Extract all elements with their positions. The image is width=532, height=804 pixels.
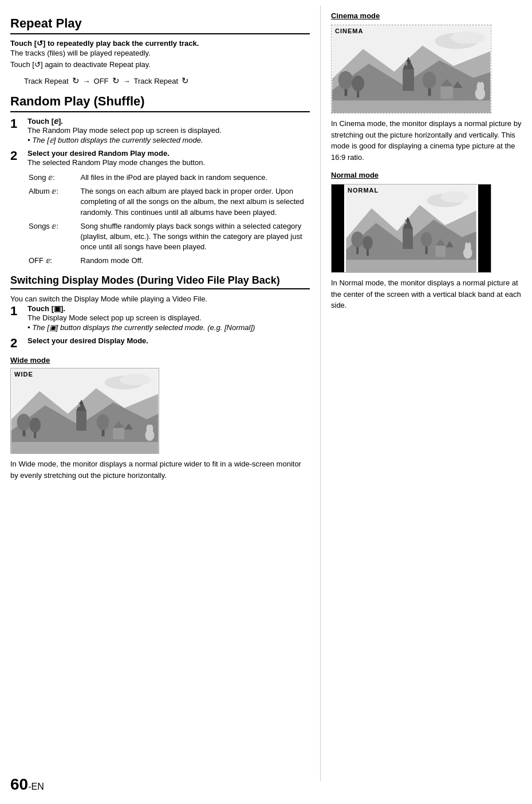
sw-step1-body: The Display Mode select pop up screen is… — [27, 313, 310, 322]
svg-rect-29 — [403, 69, 414, 91]
random-mode-row: OFF ⅇ:Random mode Off. — [29, 254, 309, 267]
repeat-play-title: Repeat Play — [10, 16, 310, 34]
switching-step-1: 1 Touch [▣]. The Display Mode select pop… — [10, 304, 310, 332]
page: Repeat Play Touch [↺] to repeatedly play… — [0, 0, 532, 804]
wide-scene-svg — [11, 368, 159, 453]
cinema-mode-desc: In Cinema mode, the monitor displays a n… — [331, 118, 524, 163]
chain-item1: Track Repeat — [24, 77, 69, 85]
svg-point-37 — [352, 76, 364, 92]
page-number: 60-EN — [10, 775, 44, 794]
wide-mode-image: WIDE — [10, 368, 159, 454]
random-mode-label: Album ⅇ: — [29, 185, 80, 219]
svg-rect-64 — [346, 260, 476, 272]
wide-mode-label: WIDE — [14, 371, 33, 378]
repeat-chain: Track Repeat ↻ → OFF ↻ → Track Repeat ↻ — [24, 76, 310, 86]
switching-intro: You can switch the Display Mode while pl… — [10, 293, 310, 305]
step2-num: 2 — [10, 149, 22, 269]
left-column: Repeat Play Touch [↺] to repeatedly play… — [0, 6, 321, 781]
repeat-icon-off: ↻ — [112, 76, 120, 86]
random-mode-row: Album ⅇ:The songs on each album are play… — [29, 185, 309, 219]
normal-mode-image: NORMAL — [331, 184, 491, 273]
svg-rect-33 — [407, 60, 411, 61]
random-mode-desc: Random mode Off. — [81, 254, 309, 267]
svg-rect-19 — [124, 430, 133, 440]
step2-content: Select your desired Random Play mode. Th… — [27, 149, 310, 269]
normal-scene-svg — [344, 185, 478, 272]
black-bar-right — [478, 185, 491, 272]
random-mode-row: Songs ⅇ:Song shuffle randomly plays back… — [29, 220, 309, 254]
svg-point-61 — [362, 236, 373, 250]
wide-mode-title: Wide mode — [10, 356, 310, 364]
svg-point-26 — [451, 32, 484, 44]
repeat-play-line1: The tracks (files) will be played repeat… — [10, 48, 310, 59]
svg-rect-43 — [453, 88, 463, 99]
random-play-section: Random Play (Shuffle) 1 Touch [ⅇ]. The R… — [10, 94, 310, 269]
svg-point-11 — [17, 414, 31, 431]
sw-step2-heading: Select your desired Display Mode. — [27, 336, 310, 345]
random-step-2: 2 Select your desired Random Play mode. … — [10, 149, 310, 269]
chain-arrow1: → — [83, 77, 90, 85]
repeat-icon-1: ↻ — [72, 76, 80, 86]
sw-step1-content: Touch [▣]. The Display Mode select pop u… — [27, 304, 310, 332]
svg-point-15 — [97, 414, 109, 430]
svg-point-47 — [479, 82, 484, 92]
svg-rect-67 — [446, 248, 454, 257]
right-column: Cinema mode CINEMA — [321, 6, 532, 781]
svg-point-35 — [338, 71, 353, 89]
switching-section: Switching Display Modes (During Video Fi… — [10, 274, 310, 481]
chain-item3: Track Repeat — [134, 77, 179, 85]
random-step-1: 1 Touch [ⅇ]. The Random Play mode select… — [10, 117, 310, 144]
step1-body: The Random Play mode select pop up scree… — [27, 126, 310, 135]
step1-content: Touch [ⅇ]. The Random Play mode select p… — [27, 117, 310, 144]
normal-mode-desc: In Normal mode, the monitor displays a n… — [331, 277, 524, 311]
svg-point-50 — [440, 191, 468, 203]
svg-point-63 — [421, 232, 432, 247]
svg-rect-57 — [406, 219, 409, 221]
svg-rect-40 — [332, 100, 490, 113]
repeat-play-line2: Touch [↺] again to deactivate Repeat pla… — [10, 59, 310, 70]
repeat-icon-3: ↻ — [182, 76, 189, 86]
cinema-mode-section: Cinema mode CINEMA — [331, 11, 524, 163]
svg-point-71 — [468, 242, 471, 252]
svg-point-2 — [120, 374, 151, 386]
svg-rect-16 — [11, 442, 159, 453]
sw-step1-heading: Touch [▣]. — [27, 304, 310, 313]
normal-mode-label: NORMAL — [348, 187, 379, 194]
svg-point-23 — [148, 425, 153, 434]
random-mode-desc: Song shuffle randomly plays back songs w… — [81, 220, 309, 254]
sw-step2-content: Select your desired Display Mode. — [27, 336, 310, 350]
svg-point-13 — [29, 418, 41, 433]
svg-rect-9 — [80, 402, 83, 403]
sw-step2-num: 2 — [10, 336, 22, 350]
random-play-title: Random Play (Shuffle) — [10, 94, 310, 112]
step2-body: The selected Random Play mode changes th… — [27, 158, 310, 167]
cinema-mode-label: CINEMA — [335, 28, 363, 34]
random-mode-label: Songs ⅇ: — [29, 220, 80, 254]
page-suffix: -EN — [28, 782, 44, 791]
cinema-mode-image: CINEMA — [331, 25, 491, 113]
sw-step1-num: 1 — [10, 304, 22, 332]
chain-arrow2: → — [123, 77, 131, 85]
svg-rect-5 — [76, 411, 86, 431]
random-mode-table: Song ⅇ:All files in the iPod are played … — [27, 170, 310, 269]
svg-point-59 — [351, 232, 364, 248]
sw-step1-note: The [▣] button displays the currently se… — [27, 323, 310, 332]
step1-num: 1 — [10, 117, 22, 144]
repeat-play-intro-bold: Touch [↺] to repeatedly play back the cu… — [10, 39, 310, 48]
svg-rect-53 — [403, 229, 413, 249]
step2-heading: Select your desired Random Play mode. — [27, 149, 310, 158]
repeat-play-section: Repeat Play Touch [↺] to repeatedly play… — [10, 16, 310, 86]
step1-heading: Touch [ⅇ]. — [27, 117, 310, 125]
normal-outer: NORMAL — [332, 185, 491, 272]
step1-note: The [ⅇ] button displays the currently se… — [27, 136, 310, 144]
cinema-mode-title: Cinema mode — [331, 11, 524, 20]
random-mode-desc: All files in the iPod are played back in… — [81, 171, 309, 184]
page-num: 60 — [10, 775, 28, 793]
svg-rect-65 — [435, 246, 446, 257]
switching-title: Switching Display Modes (During Video Fi… — [10, 274, 310, 289]
normal-mode-title: Normal mode — [331, 171, 524, 179]
cinema-scene-svg — [332, 25, 491, 113]
wide-mode-section: Wide mode WIDE — [10, 356, 310, 481]
random-mode-label: OFF ⅇ: — [29, 254, 80, 267]
normal-mode-section: Normal mode NORMAL — [331, 171, 524, 311]
